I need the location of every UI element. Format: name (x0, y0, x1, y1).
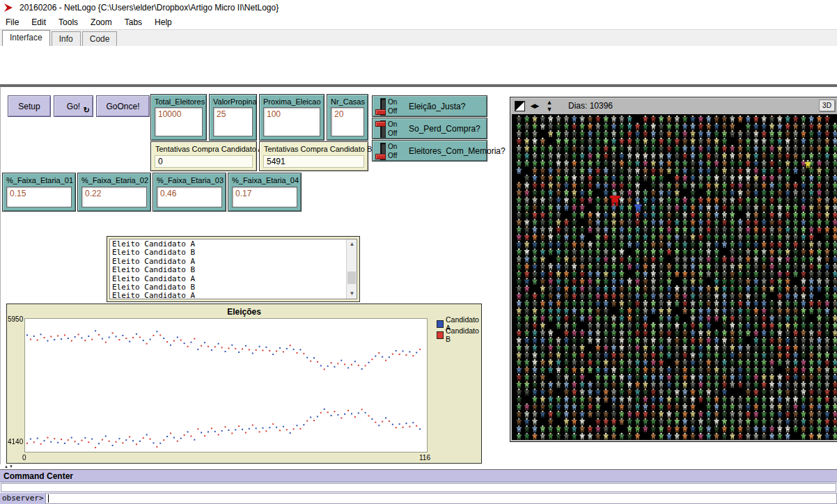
proxima-eleicao-field[interactable]: 100 (263, 107, 320, 136)
switch-eleicao-justa[interactable]: OnOff Eleição_Justa? (372, 95, 487, 117)
horizontal-arrows-icon[interactable]: ◀▶ (529, 101, 540, 111)
netlogo-logo-icon (4, 3, 15, 13)
tab-strip: Interface Info Code (0, 29, 837, 46)
command-center-splitter[interactable]: ▲▼ (4, 464, 18, 469)
menu-tabs[interactable]: Tabs (125, 17, 142, 27)
monitor-tentativas-a: Tentativas Compra Candidato A 0 (150, 141, 257, 171)
command-center-prompt-row: observer> (0, 493, 837, 504)
command-input[interactable] (45, 493, 837, 504)
tab-code[interactable]: Code (82, 31, 118, 46)
command-center-output (1, 483, 836, 492)
go-once-button[interactable]: GoOnce! (96, 95, 150, 117)
x-axis-max-label: 116 (419, 454, 430, 462)
faixa-etaria-01-field[interactable]: 0.15 (6, 187, 72, 207)
tab-interface[interactable]: Interface (2, 30, 50, 46)
x-axis-min-label: 0 (22, 454, 26, 462)
setup-button[interactable]: Setup (8, 95, 51, 117)
scroll-down-icon[interactable]: ▼ (347, 289, 357, 299)
input-faixa-etaria-02: %_Faixa_Etaria_02 0.22 (77, 173, 151, 212)
observer-prompt-label: observer> (0, 493, 45, 504)
menu-file[interactable]: File (6, 17, 19, 27)
vertical-arrows-icon[interactable]: ▲▼ (544, 101, 554, 111)
text-cursor (48, 494, 49, 503)
input-nr-casas: Nr_Casas 20 (327, 94, 368, 141)
agents-canvas (512, 114, 837, 440)
legend-swatch-red (437, 331, 444, 339)
input-faixa-etaria-04: %_Faixa_Etaria_04 0.17 (228, 173, 302, 212)
input-valor-propina: ValorPropina 25 (209, 94, 257, 141)
world-view: ◀▶ ▲▼ Dias: 10396 3D (510, 97, 837, 442)
scroll-up-icon[interactable]: ▲ (347, 239, 357, 249)
window-title: 20160206 - NetLogo {C:\Users\elder\Dropb… (19, 3, 279, 13)
menu-bar: File Edit Tools Zoom Tabs Help (0, 15, 837, 29)
input-proxima-eleicao: Proxima_Eleicao 100 (259, 94, 324, 141)
plot-eleicoes: Eleições 5950 4140 0 116 Candidato A Can… (6, 304, 482, 464)
faixa-etaria-02-field[interactable]: 0.22 (81, 187, 147, 207)
faixa-etaria-04-field[interactable]: 0.17 (232, 187, 297, 207)
command-center-header: Command Center (0, 469, 837, 482)
input-faixa-etaria-03: %_Faixa_Etaria_03 0.46 (152, 173, 226, 212)
3d-view-button[interactable]: 3D (819, 100, 835, 111)
interface-toolbar: ✎ Edit Delete + Add abc Button ▼ faster … (0, 46, 837, 86)
watch-split-icon[interactable] (515, 101, 525, 111)
menu-help[interactable]: Help (155, 17, 172, 27)
input-faixa-etaria-01: %_Faixa_Etaria_01 0.15 (2, 173, 76, 212)
nr-casas-field[interactable]: 20 (331, 107, 364, 136)
menu-edit[interactable]: Edit (31, 17, 46, 27)
forever-icon: ↻ (84, 106, 90, 115)
y-axis-min-label: 4140 (8, 438, 23, 446)
menu-zoom[interactable]: Zoom (91, 17, 112, 27)
switch-eleitores-com-memoria[interactable]: OnOff Eleitores_Com_Memoria? (372, 140, 487, 162)
legend-candidato-b: Candidato B (437, 326, 481, 343)
switch-handle[interactable] (375, 109, 386, 115)
world-view-header: ◀▶ ▲▼ Dias: 10396 3D (510, 97, 837, 114)
go-forever-button[interactable]: Go! ↻ (54, 95, 93, 117)
switch-handle[interactable] (375, 154, 386, 159)
monitor-a-value: 0 (155, 155, 253, 168)
monitor-tentativas-b: Tentativas Compra Candidato B 5491 (259, 141, 368, 171)
output-text: Eleito Candidato A Eleito Candidato B El… (110, 239, 357, 299)
output-scrollbar[interactable]: ▲ ▼ (346, 239, 357, 299)
menu-tools[interactable]: Tools (58, 17, 78, 27)
switch-handle[interactable] (375, 121, 386, 127)
monitor-b-value: 5491 (263, 155, 364, 168)
title-bar: 20160206 - NetLogo {C:\Users\elder\Dropb… (0, 0, 837, 15)
plot-area (24, 318, 428, 452)
netlogo-window: 20160206 - NetLogo {C:\Users\elder\Dropb… (0, 0, 837, 504)
plot-title: Eleições (7, 307, 481, 317)
y-axis-max-label: 5950 (8, 315, 23, 323)
tab-info[interactable]: Info (52, 31, 81, 46)
interface-canvas: Setup Go! ↻ GoOnce! Total_Eleitores 1000… (0, 86, 837, 464)
faixa-etaria-03-field[interactable]: 0.46 (157, 187, 222, 207)
total-eleitores-field[interactable]: 10000 (155, 107, 203, 136)
input-total-eleitores: Total_Eleitores 10000 (150, 94, 207, 141)
valor-propina-field[interactable]: 25 (213, 107, 253, 136)
output-widget: Eleito Candidato A Eleito Candidato B El… (107, 236, 360, 302)
switch-so-perd-compra[interactable]: OnOff So_Perd_Compra? (372, 118, 487, 139)
tick-counter: Dias: 10396 (568, 101, 613, 111)
scrollbar-thumb[interactable] (347, 271, 356, 284)
